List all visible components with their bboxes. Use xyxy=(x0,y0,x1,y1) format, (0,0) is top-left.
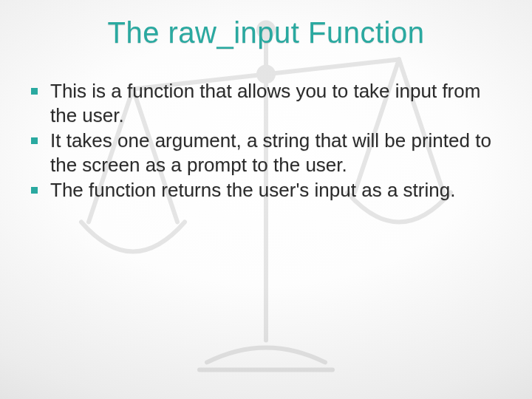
scales-icon xyxy=(59,15,473,399)
list-item: It takes one argument, a string that wil… xyxy=(21,129,511,177)
slide-body: This is a function that allows you to ta… xyxy=(21,79,511,202)
list-item: This is a function that allows you to ta… xyxy=(21,79,511,127)
slide-title: The raw_input Function xyxy=(0,0,532,50)
list-item: The function returns the user's input as… xyxy=(21,178,511,202)
slide: The raw_input Function This is a functio… xyxy=(0,0,532,399)
bullet-list: This is a function that allows you to ta… xyxy=(21,79,511,202)
